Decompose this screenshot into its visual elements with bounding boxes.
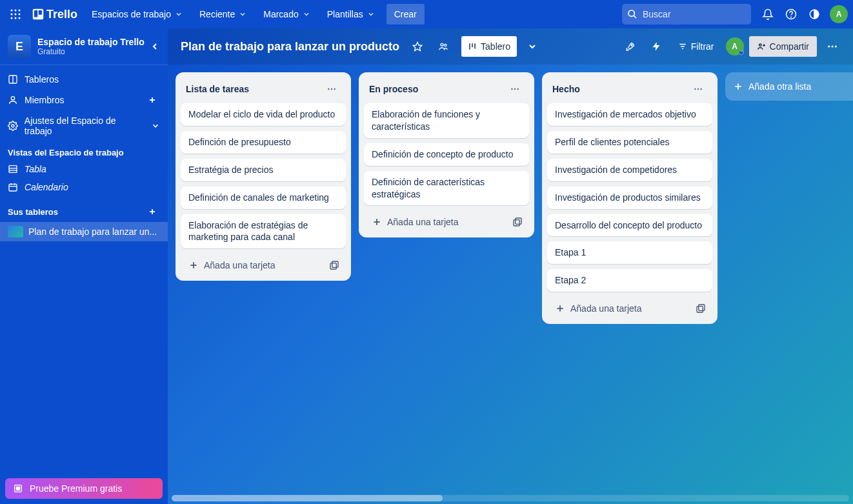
sidebar-collapse-button[interactable] [146,37,164,55]
template-icon [512,217,523,227]
horizontal-scrollbar[interactable] [172,495,849,501]
nav-recent[interactable]: Reciente [192,4,254,25]
admin-badge-icon [738,49,745,57]
add-card-button[interactable]: Añada una tarjeta [366,213,505,231]
sidebar-item-members[interactable]: Miembros [0,88,168,112]
workspace-header[interactable]: E Espacio de trabajo Trello Gratuito [0,28,168,65]
add-board-button[interactable] [145,204,160,219]
nav-templates-label: Plantillas [327,9,363,19]
card[interactable]: Definición de concepto de producto [364,143,529,166]
add-card-button[interactable]: Añada una tarjeta [183,256,321,274]
filter-label: Filtrar [691,41,714,52]
people-icon [438,41,448,52]
powerups-button[interactable] [620,36,641,57]
svg-point-15 [791,17,792,17]
create-from-template-button[interactable] [325,256,343,274]
list-menu-button[interactable] [689,80,707,98]
svg-point-12 [628,10,634,16]
star-button[interactable] [407,36,428,57]
notifications-button[interactable] [758,4,778,25]
nav-starred[interactable]: Marcado [256,4,317,25]
board-title[interactable]: Plan de trabajo para lanzar un producto [178,40,402,54]
board-view-button[interactable]: Tablero [461,36,517,57]
board-member-avatar[interactable]: A [726,37,744,55]
visibility-button[interactable] [433,36,454,57]
trello-logo-icon [32,8,44,20]
apps-icon [10,9,21,19]
sidebar-board-item[interactable]: Plan de trabajo para lanzar un... [0,222,168,241]
create-from-template-button[interactable] [692,299,710,318]
sidebar-item-label: Miembros [25,95,64,105]
create-button-label: Crear [394,9,417,19]
board-menu-button[interactable] [822,36,843,57]
list-menu-button[interactable] [506,80,524,98]
card[interactable]: Elaboración de funciones y característic… [364,103,529,138]
svg-marker-41 [652,42,659,50]
list-title[interactable]: Hecho [552,84,580,94]
svg-rect-33 [16,487,19,490]
card[interactable]: Modelar el ciclo de vida del producto [181,103,346,126]
card[interactable]: Definción de presupuesto [181,131,346,154]
card[interactable]: Definición de características estratégic… [364,171,529,206]
trello-logo[interactable]: Trello [27,4,83,25]
card[interactable]: Elaboración de estratégias de marketing … [181,214,346,249]
sidebar-item-boards[interactable]: Tableros [0,70,168,88]
list[interactable]: HechoInvestigación de mercados objetivoP… [542,72,718,324]
premium-cta-button[interactable]: Pruebe Premium gratis [5,478,163,499]
svg-point-53 [334,88,335,90]
list-title[interactable]: En proceso [369,84,418,94]
help-button[interactable] [781,4,801,25]
list-header: Lista de tareas [181,77,346,98]
card[interactable]: Investigación de competidores [547,159,712,181]
list-title[interactable]: Lista de tareas [186,84,249,94]
nav-workspaces[interactable]: Espacios de trabajo [84,4,190,25]
card[interactable]: Estratégia de precios [181,159,346,181]
add-list-button[interactable]: Añada otra lista [725,72,853,101]
list[interactable]: Lista de tareasModelar el ciclo de vida … [176,72,351,281]
theme-button[interactable] [804,4,825,25]
add-card-button[interactable]: Añada una tarjeta [550,299,688,318]
add-member-button[interactable] [145,92,160,108]
search-icon [627,9,637,19]
svg-rect-57 [330,263,336,269]
add-card-label: Añada una tarjeta [570,303,642,314]
plus-icon [148,207,157,216]
card[interactable]: Investigación de mercados objetivo [547,103,712,126]
card[interactable]: Etapa 1 [547,241,712,264]
create-from-template-button[interactable] [508,213,527,231]
filter-button[interactable]: Filtrar [672,36,721,57]
nav-workspaces-label: Espacios de trabajo [92,9,171,19]
board-view-label: Tablero [481,41,510,52]
sidebar-view-calendar[interactable]: Calendario [0,178,168,196]
list-menu-button[interactable] [323,80,341,98]
card[interactable]: Perfil de clientes potenciales [547,131,712,154]
filter-icon [678,42,687,51]
list-footer: Añada una tarjeta [364,210,529,232]
view-switcher-button[interactable] [522,36,543,57]
sidebar-item-settings[interactable]: Ajustes del Espacio de trabajo [0,112,168,140]
card[interactable]: Desarrollo del concepto del producto [547,214,712,237]
plus-icon [372,217,382,227]
settings-expand[interactable] [151,121,160,130]
card[interactable]: Etapa 2 [547,269,712,292]
automation-button[interactable] [646,36,667,57]
search-input[interactable] [622,4,751,25]
list[interactable]: En procesoElaboración de funciones y car… [359,72,534,237]
scrollbar-thumb[interactable] [172,495,443,501]
add-list-label: Añada otra lista [748,81,811,92]
more-icon [326,84,337,94]
account-avatar[interactable]: A [830,5,848,23]
svg-point-52 [331,88,332,90]
more-icon [693,84,703,94]
nav-starred-label: Marcado [263,9,298,19]
share-button[interactable]: Compartir [749,36,817,57]
create-button[interactable]: Crear [386,4,425,25]
calendar-icon [8,182,18,192]
workspace-avatar: E [8,35,31,58]
app-switcher-button[interactable] [5,4,26,25]
card[interactable]: Definición de canales de marketing [181,186,346,209]
sidebar-view-table[interactable]: Tabla [0,160,168,178]
card[interactable]: Investigación de productos similares [547,186,712,209]
nav-templates[interactable]: Plantillas [319,4,383,25]
lists-container[interactable]: Lista de tareasModelar el ciclo de vida … [168,65,853,495]
